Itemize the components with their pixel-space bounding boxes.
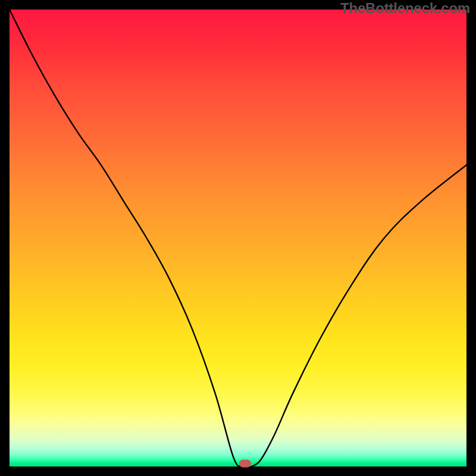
minimum-marker [239, 460, 251, 468]
bottleneck-curve [10, 10, 466, 466]
plot-area [10, 10, 466, 466]
watermark-text: TheBottleneck.com [340, 0, 470, 17]
